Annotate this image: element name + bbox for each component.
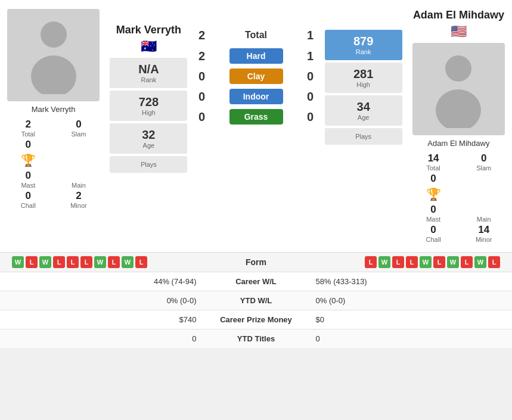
- right-main-value: 0: [430, 204, 436, 216]
- right-age-value: 34: [328, 100, 399, 114]
- right-age-box: 34 Age: [325, 95, 402, 126]
- right-slam-cell: 0 Slam: [461, 153, 506, 172]
- form-badge-left: W: [39, 256, 51, 268]
- right-minor-cell: 14 Minor: [461, 224, 506, 243]
- hard-badge: Hard: [229, 48, 283, 64]
- matchup-clay-row: 0 Clay 0: [194, 69, 319, 84]
- right-high-box: 281 High: [325, 63, 402, 93]
- form-badge-right: L: [433, 256, 445, 268]
- right-total-value: 14: [428, 153, 439, 164]
- left-plays-box: Plays: [110, 156, 187, 173]
- form-badge-right: L: [461, 256, 473, 268]
- right-rank-label: Rank: [328, 48, 399, 55]
- left-rank-label: Rank: [113, 76, 184, 83]
- left-total-value: 2: [26, 119, 31, 130]
- left-chall-label: Chall: [21, 202, 36, 209]
- form-badge-right: W: [474, 256, 486, 268]
- right-total-label: Total: [426, 164, 440, 172]
- form-badge-left: W: [122, 256, 134, 268]
- right-avatar-silhouette: [429, 51, 488, 128]
- left-age-box: 32 Age: [110, 123, 187, 154]
- stats-row-left-2: $740: [12, 315, 209, 324]
- left-age-label: Age: [113, 142, 184, 149]
- matchup-indoor-right: 0: [302, 90, 319, 104]
- form-badge-right: L: [392, 256, 404, 268]
- right-player-card: Adam El Mihdawy 🇺🇸 Adam El Mihdawy 14 To…: [405, 6, 512, 246]
- left-rank-value: N/A: [113, 63, 184, 76]
- right-rank-box: 879 Rank: [325, 30, 402, 60]
- matchup-hard-right: 1: [302, 49, 319, 63]
- stats-row-mid-0: Career W/L: [209, 277, 304, 286]
- right-plays-label: Plays: [328, 133, 399, 140]
- left-form-badges: WLWLLLWLWL: [6, 256, 221, 268]
- left-avatar: [7, 9, 100, 101]
- stats-row-left-1: 0% (0-0): [12, 296, 209, 305]
- right-minor-label: Minor: [476, 236, 492, 243]
- total-badge: Total: [229, 27, 283, 43]
- stats-row-left-3: 0: [12, 334, 209, 343]
- left-age-value: 32: [113, 128, 184, 142]
- left-plays-label: Plays: [113, 161, 184, 168]
- form-badge-right: W: [447, 256, 459, 268]
- left-mast-cell: 0 🏆 0: [6, 139, 51, 182]
- right-mast-label: Mast: [426, 216, 440, 223]
- clay-badge: Clay: [229, 69, 283, 84]
- left-minor-label: Minor: [70, 202, 87, 209]
- left-main-value: 0: [26, 170, 31, 182]
- right-high-value: 281: [328, 67, 399, 81]
- right-total-cell: 14 Total: [411, 153, 456, 172]
- left-slam-label: Slam: [71, 130, 86, 138]
- right-chall-value: 0: [430, 224, 436, 236]
- right-main-label-cell: Main: [461, 216, 506, 223]
- stats-row-right-3: 0: [304, 334, 501, 343]
- grass-badge: Grass: [229, 109, 283, 125]
- right-form-badges: LWLLWLWLWL: [292, 256, 507, 268]
- right-avatar: [412, 43, 505, 135]
- stats-row-mid-1: YTD W/L: [209, 296, 304, 305]
- left-high-box: 728 High: [110, 91, 187, 121]
- matchup-clay-right: 0: [302, 70, 319, 83]
- matchup-clay-left: 0: [194, 70, 210, 83]
- left-trophy-icon: 🏆: [21, 153, 36, 167]
- right-mast-value: 0: [430, 173, 436, 185]
- left-main-label-cell: Main: [57, 182, 101, 189]
- left-high-label: High: [113, 109, 184, 116]
- matchup-indoor-row: 0 Indoor 0: [194, 89, 319, 104]
- svg-point-2: [445, 55, 471, 82]
- right-info-boxes: 879 Rank 281 High 34 Age Plays: [322, 6, 405, 246]
- stats-row-right-2: $0: [304, 315, 501, 324]
- left-mast-label: Mast: [21, 182, 35, 189]
- players-row: Mark Verryth 2 Total 0 Slam 0 🏆 0 Mast: [0, 0, 512, 252]
- stats-row: $740 Career Prize Money $0: [0, 310, 512, 329]
- form-badge-left: L: [53, 256, 65, 268]
- right-chall-label: Chall: [426, 236, 441, 243]
- left-mast-value: 0: [26, 139, 31, 151]
- left-info-boxes: Mark Verryth 🇦🇺 N/A Rank 728 High 32 Age…: [107, 6, 190, 246]
- main-container: Mark Verryth 2 Total 0 Slam 0 🏆 0 Mast: [0, 0, 512, 348]
- form-badge-left: L: [108, 256, 120, 268]
- right-trophy-icon: 🏆: [426, 187, 441, 201]
- left-main-label: Main: [72, 182, 86, 189]
- matchup-grass-left: 0: [194, 110, 210, 124]
- form-badge-left: L: [67, 256, 79, 268]
- matchup-hard-left: 2: [194, 49, 210, 63]
- right-slam-label: Slam: [476, 164, 491, 172]
- right-player-name-card: Adam El Mihdawy: [427, 139, 489, 148]
- left-rank-box: N/A Rank: [110, 58, 187, 88]
- matchup-total-right: 1: [302, 29, 319, 42]
- left-total-label: Total: [21, 130, 35, 138]
- right-rank-value: 879: [328, 35, 399, 48]
- right-age-label: Age: [328, 114, 399, 121]
- form-badge-right: W: [378, 256, 390, 268]
- form-badge-right: L: [488, 256, 500, 268]
- left-stats-grid: 2 Total 0 Slam 0 🏆 0 Mast Main: [6, 119, 101, 209]
- stats-row-left-0: 44% (74-94): [12, 277, 209, 286]
- svg-point-1: [31, 55, 76, 94]
- form-row: WLWLLLWLWL Form LWLLWLWLWL: [0, 252, 512, 272]
- right-mast-label-cell: Mast: [411, 216, 456, 223]
- right-stats-grid: 14 Total 0 Slam 0 🏆 0 Mast Main: [411, 153, 506, 243]
- left-player-card: Mark Verryth 2 Total 0 Slam 0 🏆 0 Mast: [0, 6, 107, 246]
- right-slam-value: 0: [481, 153, 486, 164]
- matchup-grass-right: 0: [302, 110, 319, 124]
- form-badge-right: W: [420, 256, 432, 268]
